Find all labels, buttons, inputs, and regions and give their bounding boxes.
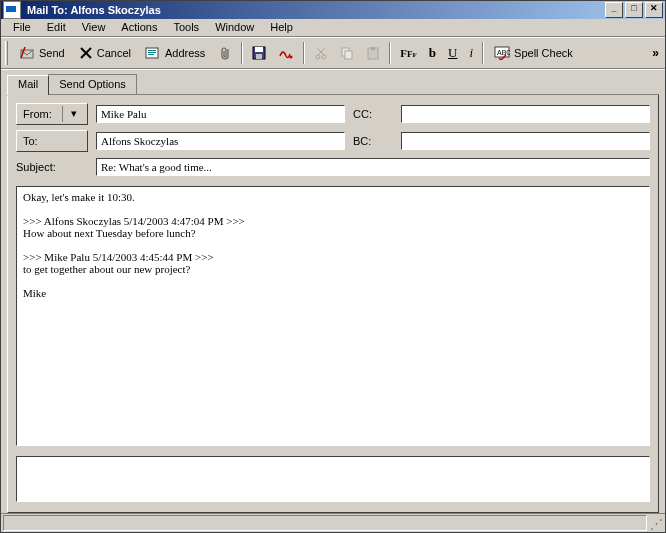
cut-button[interactable] — [308, 40, 334, 66]
chevron-down-icon: ▾ — [62, 106, 81, 122]
font-button[interactable]: FFF — [394, 40, 423, 66]
floppy-icon — [252, 46, 266, 60]
address-button[interactable]: Address — [138, 40, 212, 66]
menu-actions[interactable]: Actions — [113, 19, 165, 35]
svg-rect-7 — [148, 52, 156, 53]
subject-field[interactable] — [96, 158, 650, 176]
underline-button[interactable]: U — [442, 40, 463, 66]
toolbar: Send Cancel Address — [1, 37, 665, 69]
signature-button[interactable] — [272, 40, 300, 66]
copy-button[interactable] — [334, 40, 360, 66]
menu-bar: File Edit View Actions Tools Window Help — [1, 19, 665, 37]
menu-window[interactable]: Window — [207, 19, 262, 35]
address-label: Address — [165, 47, 205, 59]
subject-label: Subject: — [16, 161, 88, 173]
cc-field[interactable] — [401, 105, 650, 123]
underline-icon: U — [448, 45, 457, 61]
app-icon — [3, 1, 21, 19]
toolbar-separator — [389, 42, 391, 64]
italic-button[interactable]: i — [463, 40, 479, 66]
minimize-button[interactable]: _ — [605, 2, 623, 18]
svg-rect-18 — [345, 51, 352, 59]
spellcheck-button[interactable]: ABC Spell Check — [487, 40, 580, 66]
signature-icon — [278, 46, 294, 60]
toolbar-separator — [482, 42, 484, 64]
tabs-row: Mail Send Options — [7, 74, 659, 95]
cancel-icon — [79, 46, 93, 60]
mail-compose-window: Mail To: Alfons Skoczylas _ □ ✕ File Edi… — [0, 0, 666, 533]
toolbar-overflow[interactable]: » — [650, 46, 661, 60]
status-cell — [3, 515, 647, 532]
toolbar-grip[interactable] — [5, 41, 8, 65]
from-field[interactable] — [96, 105, 345, 123]
title-bar: Mail To: Alfons Skoczylas _ □ ✕ — [1, 1, 665, 19]
cc-label: CC: — [353, 108, 393, 120]
bc-label: BC: — [353, 135, 393, 147]
status-bar: ⋰ — [1, 513, 665, 533]
menu-edit[interactable]: Edit — [39, 19, 74, 35]
scissors-icon — [314, 46, 328, 60]
tab-send-options[interactable]: Send Options — [48, 74, 137, 94]
svg-rect-11 — [256, 54, 262, 59]
cancel-label: Cancel — [97, 47, 131, 59]
svg-point-13 — [316, 55, 320, 59]
toolbar-separator — [241, 42, 243, 64]
close-button[interactable]: ✕ — [645, 2, 663, 18]
toolbar-separator — [303, 42, 305, 64]
resize-grip[interactable]: ⋰ — [647, 515, 663, 532]
address-icon — [145, 46, 161, 60]
svg-rect-20 — [371, 47, 375, 50]
menu-tools[interactable]: Tools — [165, 19, 207, 35]
from-button[interactable]: From: ▾ — [16, 103, 88, 125]
message-body[interactable]: Okay, let's make it 10:30. >>> Alfons Sk… — [16, 186, 650, 446]
paste-icon — [366, 46, 380, 60]
svg-text:ABC: ABC — [497, 49, 510, 56]
attachments-area[interactable] — [16, 456, 650, 502]
svg-rect-10 — [255, 47, 263, 52]
svg-point-12 — [290, 55, 293, 58]
mail-panel: From: ▾ CC: To: BC: Subject: Okay, let's… — [7, 95, 659, 513]
svg-line-16 — [317, 48, 324, 55]
svg-line-2 — [27, 50, 33, 55]
spellcheck-label: Spell Check — [514, 47, 573, 59]
paperclip-icon — [218, 45, 232, 61]
bold-button[interactable]: b — [423, 40, 442, 66]
tab-mail[interactable]: Mail — [7, 75, 49, 95]
window-title: Mail To: Alfons Skoczylas — [25, 4, 605, 16]
paste-button[interactable] — [360, 40, 386, 66]
svg-rect-8 — [148, 54, 154, 55]
bold-icon: b — [429, 45, 436, 61]
spellcheck-icon: ABC — [494, 46, 510, 60]
cancel-button[interactable]: Cancel — [72, 40, 138, 66]
maximize-button[interactable]: □ — [625, 2, 643, 18]
send-label: Send — [39, 47, 65, 59]
from-label: From: — [23, 108, 52, 120]
menu-file[interactable]: File — [5, 19, 39, 35]
menu-view[interactable]: View — [74, 19, 114, 35]
send-button[interactable]: Send — [12, 40, 72, 66]
save-button[interactable] — [246, 40, 272, 66]
to-label: To: — [23, 135, 38, 147]
font-icon: FFF — [400, 47, 417, 59]
bc-field[interactable] — [401, 132, 650, 150]
to-field[interactable] — [96, 132, 345, 150]
svg-point-14 — [322, 55, 326, 59]
svg-rect-6 — [148, 50, 156, 51]
to-button[interactable]: To: — [16, 130, 88, 152]
menu-help[interactable]: Help — [262, 19, 301, 35]
send-icon — [19, 45, 35, 61]
attach-button[interactable] — [212, 40, 238, 66]
copy-icon — [340, 46, 354, 60]
italic-icon: i — [469, 45, 473, 61]
svg-line-15 — [318, 48, 325, 55]
